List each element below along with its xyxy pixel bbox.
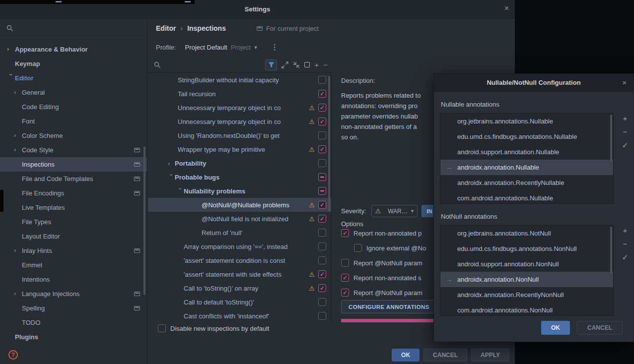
annotation-item[interactable]: →edu.umd.cs.findbugs.annotations.NonNull <box>440 241 613 256</box>
sidebar-item-editor[interactable]: ›Editor <box>0 71 147 85</box>
checkbox[interactable] <box>318 173 326 181</box>
option-row[interactable]: Ignore external @No <box>354 241 426 255</box>
annotation-item[interactable]: →androidx.annotation.Nullable <box>440 160 613 175</box>
chevron-down-icon[interactable]: › <box>177 187 184 194</box>
checkbox[interactable]: ✓ <box>341 274 349 282</box>
inspection-row[interactable]: 'assert' statement with side effects⚠✓ <box>148 267 331 281</box>
add-icon[interactable]: + <box>623 114 628 122</box>
severity-editor-icon[interactable] <box>304 62 310 67</box>
apply-button[interactable]: APPLY <box>471 349 509 362</box>
option-row[interactable]: ✓Report non-annotated p <box>341 226 426 241</box>
close-icon[interactable]: × <box>504 4 509 13</box>
sidebar-item-intentions[interactable]: Intentions <box>0 272 147 287</box>
sidebar-item-appearance-behavior[interactable]: ›Appearance & Behavior <box>0 42 147 57</box>
checkbox[interactable] <box>318 131 326 139</box>
checkbox[interactable] <box>318 187 326 195</box>
sidebar-item-live-templates[interactable]: Live Templates <box>0 200 147 215</box>
sidebar-item-spelling[interactable]: Spelling <box>0 301 147 315</box>
overlay-ok-button[interactable]: OK <box>541 321 570 335</box>
sidebar-item-font[interactable]: Font <box>0 114 147 128</box>
sidebar-item-todo[interactable]: TODO <box>0 315 147 330</box>
sidebar-item-file-encodings[interactable]: File Encodings <box>0 186 147 200</box>
annotation-item[interactable]: →edu.umd.cs.findbugs.annotations.Nullabl… <box>440 129 613 144</box>
checkbox[interactable]: ✓ <box>318 215 326 223</box>
checkbox[interactable]: ✓ <box>318 270 326 278</box>
sidebar-item-plugins[interactable]: Plugins <box>0 330 147 344</box>
inspection-row[interactable]: @NotNull field is not initialized⚠✓ <box>148 212 331 226</box>
remove-inspection-icon[interactable]: − <box>323 61 328 69</box>
sidebar-item-code-editing[interactable]: Code Editing <box>0 100 147 114</box>
inspection-row[interactable]: 'assert' statement condition is const <box>148 253 331 267</box>
checkbox[interactable] <box>354 244 362 252</box>
sidebar-item-emmet[interactable]: Emmet <box>0 258 147 272</box>
sidebar-item-general[interactable]: ›General <box>0 85 147 100</box>
checkbox[interactable]: ✓ <box>341 289 349 297</box>
overlay-cancel-button[interactable]: CANCEL <box>577 321 623 335</box>
configure-annotations-button[interactable]: CONFIGURE ANNOTATIONS <box>341 300 437 313</box>
checkbox[interactable] <box>318 243 326 250</box>
set-default-icon[interactable]: ✓ <box>622 253 629 262</box>
sidebar-scrollbar[interactable] <box>143 146 145 295</box>
checkbox[interactable] <box>318 76 326 84</box>
option-row[interactable]: ✓Report non-annotated s <box>341 270 426 285</box>
checkbox[interactable]: ✓ <box>318 104 326 112</box>
sidebar-item-code-style[interactable]: ›Code Style <box>0 143 147 157</box>
inspection-row[interactable]: Using 'Random.nextDouble()' to get <box>148 128 331 142</box>
annotation-item[interactable]: →androidx.annotation.RecentlyNonNull <box>440 287 613 303</box>
expand-all-icon[interactable] <box>282 61 288 68</box>
checkbox[interactable]: ✓ <box>318 284 326 292</box>
chevron-down-icon[interactable]: › <box>168 174 175 181</box>
checkbox[interactable]: ✓ <box>318 118 326 125</box>
inspection-row[interactable]: Return of 'null' <box>148 226 331 240</box>
add-icon[interactable]: + <box>623 226 628 235</box>
checkbox[interactable] <box>341 259 349 267</box>
inspection-row[interactable]: ›Nullability problems <box>148 184 331 198</box>
inspection-row[interactable]: @NotNull/@Nullable problems⚠✓ <box>148 198 331 212</box>
list-scrollbar[interactable] <box>610 115 612 162</box>
inspection-row[interactable]: Cast conflicts with 'instanceof' <box>148 309 331 323</box>
checkbox[interactable] <box>158 324 166 332</box>
close-icon[interactable]: × <box>622 78 627 87</box>
annotation-item[interactable]: →android.support.annotation.Nullable <box>440 144 613 160</box>
checkbox[interactable]: ✓ <box>318 201 326 209</box>
sidebar-item-color-scheme[interactable]: ›Color Scheme <box>0 128 147 143</box>
option-row[interactable]: Report @NotNull param <box>341 255 426 270</box>
inspection-row[interactable]: StringBuilder without initial capacity <box>148 73 331 87</box>
annotation-item[interactable]: →androidx.annotation.NonNull <box>440 272 613 287</box>
more-options-icon[interactable]: ⋮ <box>271 43 279 52</box>
checkbox[interactable]: ✓ <box>341 229 349 237</box>
checkbox[interactable]: ✓ <box>318 90 326 98</box>
filter-button[interactable] <box>265 60 277 70</box>
collapse-all-icon[interactable] <box>293 61 300 68</box>
set-default-icon[interactable]: ✓ <box>622 141 629 150</box>
annotation-item[interactable]: →com.android.annotations.NonNull <box>440 303 613 316</box>
sidebar-item-keymap[interactable]: Keymap <box>0 57 147 71</box>
sidebar-search[interactable] <box>0 19 147 38</box>
annotation-item[interactable]: →org.jetbrains.annotations.Nullable <box>440 114 613 129</box>
cancel-button[interactable]: CANCEL <box>423 349 467 362</box>
checkbox[interactable]: ✓ <box>318 145 326 153</box>
profile-dropdown[interactable]: Project Default Project ▾ <box>185 44 257 51</box>
inspection-row[interactable]: Wrapper type may be primitive⚠✓ <box>148 142 331 156</box>
checkbox[interactable] <box>318 312 326 320</box>
sidebar-item-file-and-code-templates[interactable]: File and Code Templates <box>0 172 147 186</box>
severity-dropdown[interactable]: ⚠ WAR… ▾ <box>371 205 418 217</box>
inspection-row[interactable]: Tail recursion✓ <box>148 87 331 101</box>
inspection-row[interactable]: Call to 'toString()' on array⚠✓ <box>148 281 331 295</box>
sidebar-item-inspections[interactable]: Inspections <box>0 157 147 172</box>
checkbox[interactable] <box>318 256 326 264</box>
annotation-item[interactable]: →android.support.annotation.NonNull <box>440 256 613 272</box>
inspection-row[interactable]: Unnecessary temporary object in co⚠✓ <box>148 101 331 115</box>
inspection-row[interactable]: ›Probable bugs <box>148 170 331 184</box>
checkbox[interactable] <box>318 159 326 167</box>
remove-icon[interactable]: − <box>623 127 628 136</box>
help-button[interactable]: ? <box>8 350 18 360</box>
annotation-item[interactable]: →org.jetbrains.annotations.NotNull <box>440 226 613 241</box>
checkbox[interactable] <box>318 298 326 306</box>
inspection-row[interactable]: ›Portability <box>148 156 331 170</box>
inspection-row[interactable]: Unnecessary temporary object in co⚠✓ <box>148 115 331 128</box>
disable-new-inspections[interactable]: Disable new inspections by default <box>158 324 269 332</box>
chevron-right-icon[interactable]: › <box>168 160 175 167</box>
sidebar-item-layout-editor[interactable]: Layout Editor <box>0 229 147 243</box>
option-row[interactable]: ✓Report @NotNull param <box>341 285 426 300</box>
